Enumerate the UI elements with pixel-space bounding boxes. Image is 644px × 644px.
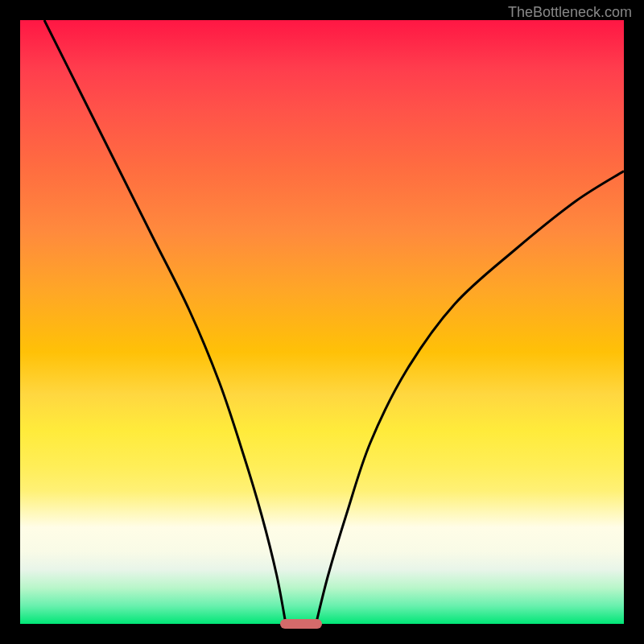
right-curve-line bbox=[316, 171, 625, 625]
curves-svg bbox=[20, 20, 624, 624]
chart-plot-area bbox=[20, 20, 624, 624]
watermark-text: TheBottleneck.com bbox=[508, 4, 632, 21]
bottleneck-marker bbox=[280, 619, 323, 629]
left-curve-line bbox=[44, 20, 286, 624]
